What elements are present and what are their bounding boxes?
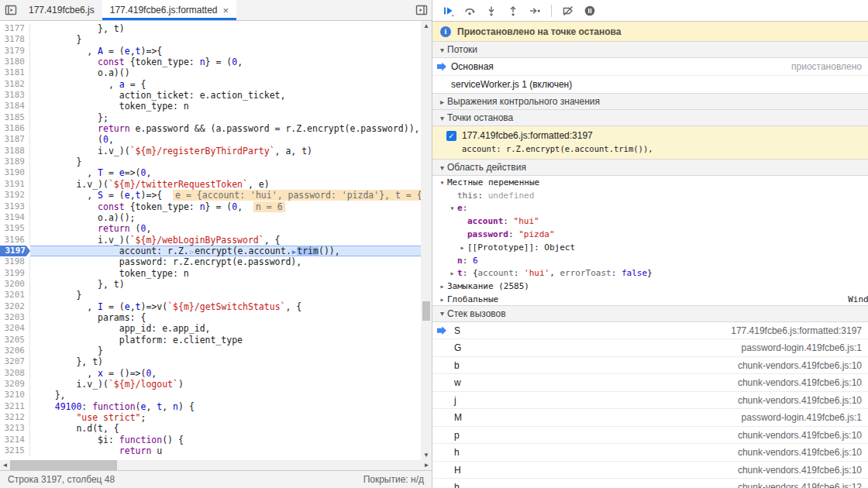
callstack-frame[interactable]: S177.419fcbe6.js:formatted:3197 [432, 322, 868, 340]
line-number[interactable]: 3201 [0, 290, 30, 301]
horizontal-scroll-thumb[interactable] [10, 460, 117, 470]
breakpoint-checkbox[interactable] [446, 131, 456, 141]
line-number[interactable]: 3188 [0, 146, 30, 156]
code-area[interactable]: 3177 }, t)3178 }3179 , A = (e,t)=>{3180 … [0, 21, 421, 460]
thread-main[interactable]: Основная приостановлено [432, 58, 868, 76]
scroll-right-icon[interactable]: ► [422, 460, 432, 470]
code-line[interactable]: 3203 params: { [0, 312, 421, 323]
line-number[interactable]: 3209 [0, 379, 30, 390]
line-number[interactable]: 3203 [0, 312, 30, 323]
code-line[interactable]: 3193 const {token_type: n} = (0, n = 6 [0, 201, 421, 212]
code-line[interactable]: 3180 const {token_type: n} = (0, [0, 57, 421, 67]
line-number[interactable]: 3185 [0, 112, 30, 123]
callstack-frame[interactable]: wchunk-vendors.419fcbe6.js:10 [432, 374, 868, 392]
line-number[interactable]: 3202 [0, 301, 30, 312]
code-line[interactable]: 3195 return (0, [0, 223, 421, 234]
collapse-arrow-icon[interactable] [437, 46, 447, 54]
expand-arrow-icon[interactable] [457, 243, 467, 252]
callstack-frame[interactable]: pchunk-vendors.419fcbe6.js:10 [432, 427, 868, 445]
line-number[interactable]: 3192 [0, 190, 30, 201]
line-number[interactable]: 3177 [0, 23, 30, 34]
step-icon[interactable] [527, 4, 542, 18]
resume-icon[interactable] [440, 4, 456, 18]
code-line[interactable]: 3178 } [0, 34, 421, 45]
code-line[interactable]: 3214 $i: function() { [0, 435, 421, 445]
section-callstack[interactable]: Стек вызовов [432, 305, 868, 322]
code-line[interactable]: 3209 i.v_)(`${m}/logout`) [0, 379, 421, 390]
line-number[interactable]: 3179 [0, 46, 30, 57]
code-line[interactable]: 3192 , S = (e,t)=>{ e = {account: 'hui',… [0, 190, 421, 201]
close-tab-icon[interactable]: × [223, 5, 229, 15]
code-line[interactable]: 3188 i.v_)(`${m}/registerByThirdParty`, … [0, 146, 421, 156]
line-number[interactable]: 3208 [0, 368, 30, 379]
step-out-icon[interactable] [505, 4, 521, 18]
vertical-scroll-thumb[interactable] [422, 301, 430, 321]
code-line[interactable]: 3215 return u [0, 445, 421, 456]
code-line[interactable]: 3204 app_id: e.app_id, [0, 323, 421, 334]
horizontal-scrollbar[interactable]: ◄ ► [0, 460, 432, 470]
thread-serviceworker[interactable]: serviceWorker.js 1 (включен) [432, 76, 868, 94]
line-number[interactable]: 3212 [0, 412, 30, 423]
scope-row[interactable]: this: undefined [432, 189, 868, 202]
line-number[interactable]: 3190 [0, 167, 30, 178]
scope-row[interactable]: Замыкание (2585) [432, 280, 868, 293]
code-line[interactable]: 3202 , I = (e,t)=>v(`${m}/getSwitchStatu… [0, 301, 421, 312]
code-line[interactable]: 3179 , A = (e,t)=>{ [0, 46, 421, 57]
step-into-icon[interactable] [484, 4, 499, 18]
line-number[interactable]: 3180 [0, 57, 30, 67]
code-line[interactable]: 3184 token_type: n [0, 101, 421, 112]
callstack-frame[interactable]: bchunk-vendors.419fcbe6.js:12 [432, 479, 868, 488]
scope-row[interactable]: n: 6 [432, 254, 868, 267]
expand-arrow-icon[interactable] [437, 98, 447, 106]
more-tabs-icon[interactable] [411, 0, 432, 20]
code-line[interactable]: 3207 }, t) [0, 356, 421, 367]
tab-file[interactable]: 177.419fcbe6.js [21, 0, 102, 20]
expand-arrow-icon[interactable] [437, 282, 447, 290]
scope-row[interactable]: [[Prototype]]: Object [432, 241, 868, 254]
line-number[interactable]: 3187 [0, 134, 30, 145]
line-number[interactable]: 3200 [0, 279, 30, 290]
code-line[interactable]: 3185 }; [0, 112, 421, 123]
collapse-arrow-icon[interactable] [437, 163, 447, 172]
line-number[interactable]: 3181 [0, 67, 30, 78]
line-number[interactable]: 3215 [0, 445, 30, 456]
line-number[interactable]: 3207 [0, 356, 30, 367]
code-line[interactable]: 3190 , T = e=>(0, [0, 167, 421, 178]
line-number[interactable]: 3191 [0, 179, 30, 190]
collapse-arrow-icon[interactable] [437, 114, 447, 122]
line-number[interactable]: 3205 [0, 335, 30, 345]
scope-row[interactable]: Местные переменные [432, 176, 868, 189]
line-number[interactable]: 3198 [0, 256, 30, 267]
line-number[interactable]: 3195 [0, 223, 30, 234]
line-number[interactable]: 3196 [0, 235, 30, 246]
scope-row[interactable]: t: {account: 'hui', errorToast: false} [432, 267, 868, 280]
line-number[interactable]: 3182 [0, 79, 30, 90]
line-number[interactable]: 3178 [0, 34, 30, 45]
section-scope[interactable]: Область действия [432, 159, 868, 176]
step-over-icon[interactable] [462, 4, 477, 18]
section-threads[interactable]: Потоки [432, 41, 868, 58]
line-number[interactable]: 3189 [0, 156, 30, 167]
line-number[interactable]: 3214 [0, 435, 30, 445]
scope-row[interactable]: account: "hui" [432, 215, 868, 228]
code-line[interactable]: 3210 }, [0, 390, 421, 400]
tab-file-formatted[interactable]: 177.419fcbe6.js:formatted × [102, 0, 236, 20]
scope-row[interactable]: e: [432, 202, 868, 215]
code-line[interactable]: 3183 action_ticket: e.action_ticket, [0, 90, 421, 101]
code-line[interactable]: 3205 platform: e.client_type [0, 335, 421, 345]
code-line[interactable]: 3211 49100: function(e, t, n) { [0, 401, 421, 412]
line-number[interactable]: 3183 [0, 90, 30, 101]
callstack-frame[interactable]: jchunk-vendors.419fcbe6.js:10 [432, 392, 868, 410]
callstack-frame[interactable]: Mpassword-login.419fcbe6.js:1 [432, 409, 868, 427]
code-line[interactable]: 3187 (0, [0, 134, 421, 145]
line-number[interactable]: 3213 [0, 423, 30, 434]
line-number[interactable]: 3197 [0, 246, 30, 256]
code-editor[interactable]: 3177 }, t)3178 }3179 , A = (e,t)=>{3180 … [0, 21, 432, 460]
callstack-frame[interactable]: hchunk-vendors.419fcbe6.js:10 [432, 444, 868, 462]
code-line[interactable]: 3208 , x = ()=>(0, [0, 368, 421, 379]
callstack-frame[interactable]: Hchunk-vendors.419fcbe6.js:10 [432, 462, 868, 479]
code-line[interactable]: 3189 } [0, 156, 421, 167]
scope-row[interactable]: ГлобальныеWindow [432, 293, 868, 306]
line-number[interactable]: 3211 [0, 401, 30, 412]
line-number[interactable]: 3199 [0, 268, 30, 279]
